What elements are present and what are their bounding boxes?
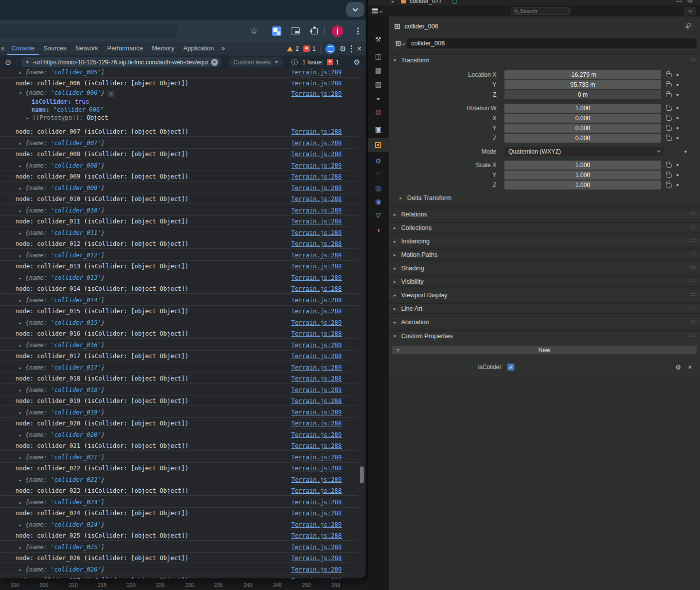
- modifiers-tab[interactable]: ⚙: [368, 155, 389, 168]
- console-source-link[interactable]: Terrain.js:289: [291, 387, 342, 393]
- console-object-preview-row[interactable]: ▸{name: 'collider_011'}Terrain.js:289: [0, 226, 358, 238]
- unlock-icon[interactable]: [667, 93, 672, 97]
- breadcrumb-object-name[interactable]: collider_006: [405, 23, 438, 30]
- console-log-row[interactable]: node: collider_019 (isCollider: [object …: [0, 395, 358, 406]
- error-flag-icon[interactable]: ⚑: [303, 45, 310, 52]
- console-log-row[interactable]: node: collider_012 (isCollider: [object …: [0, 238, 358, 249]
- console-object-preview-row[interactable]: ▸{name: 'collider_008'}Terrain.js:289: [0, 159, 358, 171]
- panel-grip-icon[interactable]: ∷∷: [690, 332, 696, 339]
- view-layer-tab[interactable]: ▧: [368, 78, 389, 91]
- console-source-link[interactable]: Terrain.js:289: [291, 69, 342, 76]
- panel-grip-icon[interactable]: ∷∷: [690, 237, 696, 244]
- more-tabs-chevron[interactable]: »: [219, 42, 228, 55]
- output-tab[interactable]: ▤: [368, 64, 389, 77]
- devtools-settings-gear-icon[interactable]: ⚙: [340, 45, 346, 52]
- console-source-link[interactable]: Terrain.js:289: [291, 319, 342, 326]
- expanded-object-header[interactable]: ▾{name: 'collider_006'}i: [0, 89, 308, 98]
- panel-relations[interactable]: ▸Relations∷∷: [389, 209, 700, 219]
- unlock-icon[interactable]: [667, 73, 672, 77]
- property-checkbox[interactable]: ✓: [507, 364, 514, 371]
- console-source-link[interactable]: Terrain.js:289: [291, 476, 342, 483]
- devtools-close-icon[interactable]: ×: [357, 44, 362, 53]
- console-object-preview-row[interactable]: ▸{name: 'collider_025'}Terrain.js:289: [0, 541, 358, 553]
- console-log-row[interactable]: node: collider_010 (isCollider: [object …: [0, 194, 358, 204]
- expand-arrow-icon[interactable]: ▸: [19, 522, 22, 528]
- object-property-line[interactable]: name: "collider_006": [0, 106, 308, 114]
- unlock-icon[interactable]: [667, 164, 672, 168]
- delta-transform-subpanel[interactable]: ▸ Delta Transform: [389, 194, 700, 202]
- console-source-link[interactable]: Terrain.js:288: [291, 151, 342, 158]
- profile-button[interactable]: j: [332, 20, 343, 42]
- console-object-preview-row[interactable]: ▸{name: 'collider_021'}Terrain.js:289: [0, 451, 358, 463]
- console-log-row[interactable]: node: collider_020 (isCollider: [object …: [0, 418, 358, 428]
- console-log-row[interactable]: node: collider_008 (isCollider: [object …: [0, 149, 358, 159]
- console-source-link[interactable]: Terrain.js:289: [291, 207, 342, 214]
- console-source-link[interactable]: Terrain.js:289: [291, 274, 342, 281]
- animate-dot-icon[interactable]: [677, 84, 679, 86]
- console-object-preview-row[interactable]: ▸{name: 'collider_005'}Terrain.js:289: [0, 69, 358, 78]
- unlock-icon[interactable]: [667, 117, 672, 121]
- console-source-link[interactable]: Terrain.js:288: [291, 80, 342, 87]
- unlock-icon[interactable]: [667, 127, 672, 131]
- animate-dot-icon[interactable]: [677, 164, 679, 166]
- expand-arrow-icon[interactable]: ▸: [19, 208, 22, 213]
- console-object-preview-row[interactable]: ▸{name: 'collider_019'}Terrain.js:289: [0, 406, 358, 418]
- expand-arrow-icon[interactable]: ▸: [19, 410, 22, 415]
- panel-collections[interactable]: ▸Collections∷∷: [389, 222, 700, 233]
- panel-grip-icon[interactable]: ∷∷: [690, 278, 696, 284]
- expand-arrow-icon[interactable]: ▸: [19, 141, 22, 146]
- console-source-link[interactable]: Terrain.js:288: [291, 330, 342, 337]
- devtools-tab-memory[interactable]: Memory: [147, 42, 179, 55]
- console-log-row[interactable]: node: collider_027 (isCollider: [object …: [0, 575, 358, 579]
- console-log-row[interactable]: node: collider_025 (isCollider: [object …: [0, 530, 358, 541]
- console-expanded-object[interactable]: ▾{name: 'collider_006'}iTerrain.js:289is…: [0, 88, 358, 126]
- console-source-link[interactable]: Terrain.js:289: [291, 162, 342, 169]
- console-object-preview-row[interactable]: ▸{name: 'collider_016'}Terrain.js:289: [0, 339, 358, 351]
- console-source-link[interactable]: Terrain.js:289: [291, 364, 342, 371]
- panel-grip-icon[interactable]: ∷∷: [690, 264, 696, 271]
- console-object-preview-row[interactable]: ▸{name: 'collider_017'}Terrain.js:289: [0, 361, 358, 373]
- value-field[interactable]: -16.279 m: [504, 70, 661, 79]
- editor-type-button[interactable]: [372, 7, 387, 15]
- custom-levels-dropdown[interactable]: Custom levels: [229, 57, 283, 67]
- custom-properties-header[interactable]: ▾ Custom Properties ∷∷: [389, 331, 700, 342]
- expand-arrow-icon[interactable]: ▸: [19, 545, 22, 550]
- animate-dot-icon[interactable]: [677, 127, 679, 129]
- id-type-button[interactable]: [392, 38, 407, 48]
- tool-tab[interactable]: ⚒: [368, 33, 389, 46]
- issues-label[interactable]: 1 Issue:: [302, 59, 323, 66]
- unlock-icon[interactable]: [667, 174, 672, 178]
- console-source-link[interactable]: Terrain.js:288: [291, 577, 342, 579]
- console-log-row[interactable]: node: collider_018 (isCollider: [object …: [0, 373, 358, 384]
- scrollbar-thumb[interactable]: [360, 466, 364, 483]
- console-log-row[interactable]: node: collider_015 (isCollider: [object …: [0, 306, 358, 316]
- devtools-tab-s[interactable]: s: [0, 42, 7, 55]
- console-log-row[interactable]: node: collider_011 (isCollider: [object …: [0, 216, 358, 226]
- console-source-link[interactable]: Terrain.js:288: [291, 532, 342, 539]
- outliner-row[interactable]: ▸ collider_077: [368, 0, 700, 5]
- console-source-link[interactable]: Terrain.js:288: [291, 420, 342, 427]
- unlock-icon[interactable]: [667, 184, 672, 188]
- panel-visibility[interactable]: ▸Visibility∷∷: [389, 276, 700, 287]
- console-source-link[interactable]: Terrain.js:289: [291, 544, 342, 551]
- console-object-preview-row[interactable]: ▸{name: 'collider_014'}Terrain.js:289: [0, 294, 358, 306]
- disable-render-icon[interactable]: [687, 0, 693, 2]
- console-log-row[interactable]: node: collider_016 (isCollider: [object …: [0, 328, 358, 339]
- animate-dot-icon[interactable]: [677, 94, 679, 96]
- console-log-row[interactable]: node: collider_026 (isCollider: [object …: [0, 553, 358, 563]
- console-object-preview-row[interactable]: ▸{name: 'collider_013'}Terrain.js:289: [0, 271, 358, 283]
- blender-timeline[interactable]: 200205210215220225230235240245250255: [0, 579, 368, 590]
- value-field[interactable]: 0 m: [504, 90, 661, 99]
- devtools-tab-application[interactable]: Application: [179, 42, 219, 55]
- console-source-link[interactable]: Terrain.js:288: [291, 196, 342, 202]
- expand-arrow-icon[interactable]: ▸: [26, 115, 29, 121]
- panel-grip-icon[interactable]: ∷∷: [690, 318, 696, 325]
- console-source-link[interactable]: Terrain.js:288: [291, 555, 342, 562]
- new-property-button[interactable]: + New: [392, 346, 697, 355]
- console-source-link[interactable]: Terrain.js:289: [291, 342, 342, 349]
- console-object-preview-row[interactable]: ▸{name: 'collider_022'}Terrain.js:289: [0, 473, 358, 485]
- console-source-link[interactable]: Terrain.js:289: [291, 521, 342, 528]
- tabstrip-chevron-button[interactable]: [346, 2, 364, 17]
- devtools-tab-sources[interactable]: Sources: [39, 42, 71, 55]
- console-source-link[interactable]: Terrain.js:288: [291, 487, 342, 494]
